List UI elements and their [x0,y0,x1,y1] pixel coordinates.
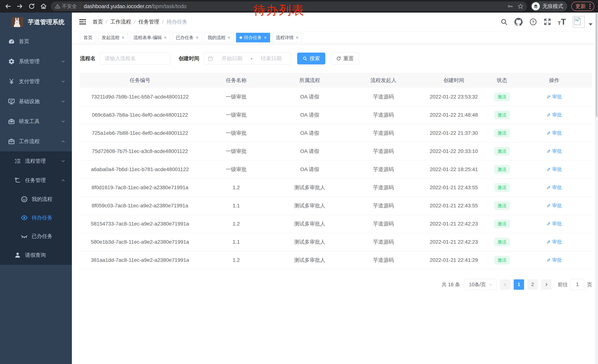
avatar[interactable] [573,16,585,28]
tab-close-icon[interactable]: × [296,35,299,40]
cell-create-time: 2022-01-22 21:48:48 [420,106,488,124]
page-size-select[interactable]: 10条/页 [465,279,497,290]
sidebar-item-请假查询[interactable]: 请假查询 [0,245,72,265]
search-icon[interactable] [500,18,508,25]
sidebar-item-label: 首页 [19,38,29,45]
page-scrollbar[interactable] [595,13,598,364]
url-text: dashboard.yudao.iocoder.cn/bpm/task/todo [84,3,503,9]
edit-pencil-icon [547,221,551,226]
sidebar-item-待办任务[interactable]: 待办任务 [0,209,72,227]
search-button[interactable]: 搜索 [297,53,325,65]
browser-update-button[interactable]: 更新 [571,2,594,11]
address-bar[interactable]: 不安全 dashboard.yudao.iocoder.cn/bpm/task/… [51,1,527,11]
cell-process: OA 请假 [273,106,347,124]
browser-home-button[interactable] [38,1,49,11]
approve-link[interactable]: 审批 [547,239,562,245]
fullscreen-icon[interactable] [544,18,551,25]
avatar-dropdown-caret[interactable] [589,23,592,25]
column-header-所属流程: 所属流程 [273,73,347,88]
approve-link[interactable]: 审批 [547,130,562,136]
next-page-button[interactable] [541,279,551,290]
bookmark-star-icon[interactable] [517,3,524,9]
sidebar-item-系统管理[interactable]: 系统管理 [0,51,72,72]
edit-pencil-icon [547,149,551,153]
breadcrumb-item-任务管理[interactable]: 任务管理 [139,18,159,25]
not-secure-indicator[interactable]: 不安全 [55,3,77,10]
column-header-操作: 操作 [516,73,592,88]
approve-link[interactable]: 审批 [547,184,562,191]
dashboard-icon [8,38,15,45]
prev-page-button[interactable] [500,279,510,290]
refresh-icon [336,56,341,61]
edit-pencil-icon [547,258,551,262]
github-icon[interactable] [515,18,523,26]
tab-已办任务[interactable]: 已办任务 × [172,33,202,42]
approve-link[interactable]: 审批 [547,257,562,263]
table-row: 725a1eb6-7b88-11ec-8ef0-acde48001122 一级审… [80,124,592,142]
cell-task-id: 58154733-7ac8-11ec-a9e2-a2380e71991a [80,215,200,233]
breadcrumb-item-首页[interactable]: 首页 [93,18,103,25]
approve-link[interactable]: 审批 [547,148,562,154]
tab-close-icon[interactable]: × [164,35,166,40]
date-range-picker[interactable]: 开始日期 - 结束日期 [204,53,291,65]
yen-icon [8,78,15,85]
font-size-icon[interactable]: TT [558,18,566,25]
browser-reload-button[interactable] [26,1,37,11]
help-icon[interactable]: ? [529,18,537,26]
breadcrumb-item-待办任务: 待办任务 [166,18,187,25]
browser-menu-icon[interactable] [589,4,591,9]
app-logo-row[interactable]: 芋道管理系统 [0,13,72,32]
page-button-1[interactable]: 1 [514,279,524,290]
tab-close-icon[interactable]: × [264,35,266,40]
tab-发起流程[interactable]: 发起流程 × [98,33,128,42]
browser-back-button[interactable] [3,1,13,11]
process-name-input[interactable] [100,53,170,65]
approve-link[interactable]: 审批 [547,112,562,118]
tab-流程详情[interactable]: 流程详情 × [272,33,302,42]
sidebar-item-研发工具[interactable]: 研发工具 [0,112,72,131]
tab-我的流程[interactable]: 我的流程 × [204,33,234,42]
sidebar-collapse-icon[interactable] [79,18,87,26]
goto-page-input[interactable] [570,279,584,290]
sidebar-item-支付管理[interactable]: 支付管理 [0,72,72,91]
password-key-icon[interactable] [507,3,513,9]
tab-待办任务[interactable]: 待办任务 × [236,33,270,42]
cell-process: OA 请假 [273,124,347,142]
sidebar-item-已办任务[interactable]: 已办任务 [0,227,72,245]
cell-process: OA 请假 [273,88,347,106]
cell-task-id: 069c6a63-7b8a-11ec-8ef0-acde48001122 [80,106,200,124]
approve-link[interactable]: 审批 [547,94,562,100]
approve-link[interactable]: 审批 [547,166,562,173]
browser-forward-button[interactable] [15,1,25,11]
sidebar-item-首页[interactable]: 首页 [0,32,72,51]
pagination-total: 共 16 条 [442,281,460,288]
table-row: 8f059c03-7ac8-11ec-a9e2-a2380e71991a 1.1… [80,197,592,215]
reset-button[interactable]: 重置 [331,53,359,65]
cell-process: 测试多审批人 [273,197,347,215]
column-header-任务名称: 任务名称 [200,73,273,88]
sidebar-item-我的流程[interactable]: 我的流程 [0,190,72,209]
cell-task-id: 75d72608-7b7f-11ec-a3c8-acde48001122 [80,142,200,160]
breadcrumb-item-工作流程[interactable]: 工作流程 [110,18,131,25]
app-title: 芋道管理系统 [28,18,65,26]
list-tree-icon [14,157,21,165]
tab-首页[interactable]: 首页 [80,33,96,42]
sidebar-item-任务管理[interactable]: 任务管理 [0,171,72,190]
cell-task-name: 一级审批 [200,88,273,106]
sidebar-menu: 首页 系统管理 支付管理 基础设施 研发工具 工作流程 流程管理 任务管理 我的… [0,32,72,364]
sidebar-item-基础设施[interactable]: 基础设施 [0,91,72,112]
tab-close-icon[interactable]: × [228,35,230,40]
approve-link[interactable]: 审批 [547,202,562,209]
tab-close-icon[interactable]: × [196,35,199,40]
tasks-table: 任务编号任务名称所属流程流程发起人创建时间状态操作 73211d9d-7b9b-… [80,73,592,269]
tab-流程表单-编辑[interactable]: 流程表单-编辑 × [130,33,170,42]
active-tab-dot [240,36,242,39]
sidebar-item-流程管理[interactable]: 流程管理 [0,152,72,171]
chevron-left-icon [503,282,507,287]
page-content: 流程名 创建时间 开始日期 - 结束日期 搜索 重置 [72,44,598,290]
page-button-2[interactable]: 2 [527,279,538,290]
cell-task-name: 1.2 [200,251,273,269]
tab-close-icon[interactable]: × [122,35,124,40]
sidebar-item-工作流程[interactable]: 工作流程 [0,131,72,152]
approve-link[interactable]: 审批 [547,220,562,227]
